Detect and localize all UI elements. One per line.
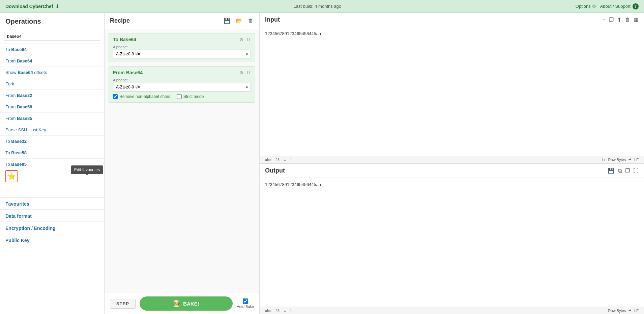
- recipe-step-from-base64: From Base64 ⊘ ⏸ Alphabet A-Za-z0-9+/= A-…: [109, 66, 255, 103]
- search-container: [0, 29, 104, 44]
- input-stats-left: abc 23 ≡ 1: [265, 158, 292, 162]
- input-grid-button[interactable]: ▦: [634, 17, 639, 23]
- options-button[interactable]: Options ⚙: [576, 4, 596, 9]
- topbar-left: Download CyberChef ⬇: [5, 4, 59, 9]
- checkbox-row-2: Remove non-alphabet chars Strict mode: [113, 94, 251, 99]
- ops-item-to-base58[interactable]: To Base58: [0, 147, 104, 159]
- step-header-2: From Base64 ⊘ ⏸: [113, 70, 251, 75]
- input-upload-button[interactable]: ⬆: [617, 17, 621, 23]
- input-raw-bytes-label: Raw Bytes: [608, 158, 626, 162]
- recipe-open-button[interactable]: 📂: [235, 17, 243, 25]
- step-title-2: From Base64: [113, 70, 143, 75]
- auto-bake-container: Auto Bake: [237, 298, 254, 309]
- recipe-panel: Recipe 💾 📂 🗑 To Base64 ⊘ ⏸ Alphabet: [105, 13, 260, 314]
- ops-item-from-base64[interactable]: From Base64: [0, 55, 104, 67]
- input-header: Input + ❐ ⬆ 🗑 ▦: [260, 13, 644, 27]
- step-pause-1[interactable]: ⏸: [246, 37, 251, 42]
- input-clear-button[interactable]: 🗑: [625, 17, 630, 23]
- edit-favourites-tooltip: Edit favourites: [71, 165, 103, 174]
- output-statusbar: abc 23 ≡ 1 Raw Bytes ↵ LF: [260, 307, 644, 314]
- category-favourites[interactable]: Favourites: [0, 197, 104, 209]
- input-section: Input + ❐ ⬆ 🗑 ▦ 123456789123465456445aa …: [260, 13, 644, 164]
- bake-icon: 👨‍🍳: [173, 300, 180, 307]
- output-lines-icon: ≡: [284, 309, 286, 313]
- step-pause-2[interactable]: ⏸: [246, 70, 251, 75]
- ops-item-to-base85[interactable]: To Base85 Edit favourites ⭐: [0, 159, 104, 170]
- input-statusbar: abc 23 ≡ 1 Tᴛ Raw Bytes ↵ LF: [260, 156, 644, 163]
- step-button[interactable]: STEP: [110, 299, 136, 309]
- output-char-count: 23: [275, 309, 280, 313]
- input-lines-icon: ≡: [284, 158, 286, 162]
- output-content: 123456789123465456445aa: [260, 178, 644, 307]
- strict-mode-checkbox[interactable]: [177, 94, 182, 99]
- ops-item-from-base58[interactable]: From Base58: [0, 101, 104, 113]
- recipe-icons: 💾 📂 🗑: [223, 17, 254, 25]
- auto-bake-checkbox[interactable]: [243, 298, 248, 304]
- recipe-steps: To Base64 ⊘ ⏸ Alphabet A-Za-z0-9+/= A-Za…: [105, 29, 259, 293]
- ops-item-to-base32[interactable]: To Base32: [0, 136, 104, 147]
- edit-favourites-button[interactable]: ⭐: [5, 170, 18, 182]
- input-abc-icon: abc: [265, 158, 271, 162]
- step-actions-1: ⊘ ⏸: [239, 37, 251, 42]
- ops-list: To Base64 From Base64 Show Base64 offset…: [0, 44, 104, 314]
- input-restore-button[interactable]: ❐: [609, 17, 614, 23]
- search-input[interactable]: [4, 32, 100, 41]
- input-line-count: 1: [290, 158, 292, 162]
- input-newline-icon: ↵: [628, 157, 632, 162]
- recipe-title: Recipe: [110, 17, 130, 24]
- recipe-step-to-base64: To Base64 ⊘ ⏸ Alphabet A-Za-z0-9+/= A-Za…: [109, 33, 255, 62]
- output-section: Output 💾 ⧉ ❐ ⛶ 123456789123465456445aa a…: [260, 164, 644, 314]
- input-add-tab-button[interactable]: +: [603, 17, 606, 23]
- output-save-button[interactable]: 💾: [608, 167, 615, 174]
- build-info: Last build: 4 months ago: [293, 4, 341, 9]
- step-title-1: To Base64: [113, 37, 136, 42]
- input-stats-right: Tᴛ Raw Bytes ↵ LF: [601, 157, 639, 162]
- output-stats-left: abc 23 ≡ 1: [265, 309, 292, 313]
- strict-mode-text: Strict mode: [183, 94, 204, 99]
- alphabet-select-2[interactable]: A-Za-z0-9+/= A-Za-z0-9-_ Custom: [113, 83, 251, 91]
- alphabet-select-wrapper-2: A-Za-z0-9+/= A-Za-z0-9-_ Custom: [113, 83, 251, 91]
- remove-non-alpha-text: Remove non-alphabet chars: [119, 94, 170, 99]
- remove-non-alpha-checkbox[interactable]: [113, 94, 118, 99]
- output-line-count: 1: [290, 309, 292, 313]
- category-public-key[interactable]: Public Key: [0, 234, 104, 246]
- ops-item-from-base32[interactable]: From Base32: [0, 90, 104, 101]
- ops-item-from-base85[interactable]: From Base85: [0, 113, 104, 124]
- output-abc-icon: abc: [265, 309, 271, 313]
- output-maximize-button[interactable]: ⛶: [633, 167, 639, 174]
- input-text-format-icon: Tᴛ: [601, 157, 606, 162]
- ops-item-to-base64[interactable]: To Base64: [0, 44, 104, 55]
- about-label: About / Support: [600, 4, 631, 9]
- category-encryption[interactable]: Encryption / Encoding: [0, 221, 104, 234]
- output-newline-icon: ↵: [628, 308, 632, 313]
- step-disable-1[interactable]: ⊘: [239, 37, 243, 42]
- download-icon: ⬇: [55, 4, 59, 9]
- io-panel: Input + ❐ ⬆ 🗑 ▦ 123456789123465456445aa …: [260, 13, 644, 314]
- strict-mode-label[interactable]: Strict mode: [177, 94, 204, 99]
- auto-bake-label[interactable]: Auto Bake: [237, 305, 254, 309]
- ops-item-show-base64[interactable]: Show Base64 offsets: [0, 67, 104, 78]
- output-header: Output 💾 ⧉ ❐ ⛶: [260, 164, 644, 178]
- step-disable-2[interactable]: ⊘: [239, 70, 243, 75]
- ops-item-fork[interactable]: Fork: [0, 78, 104, 90]
- main-layout: Operations To Base64 From Base64 Show Ba…: [0, 13, 644, 314]
- remove-non-alpha-label[interactable]: Remove non-alphabet chars: [113, 94, 170, 99]
- download-link[interactable]: Download CyberChef: [5, 4, 53, 9]
- bake-label: BAKE!: [183, 301, 199, 307]
- recipe-header: Recipe 💾 📂 🗑: [105, 13, 259, 29]
- input-content[interactable]: 123456789123465456445aa: [260, 27, 644, 156]
- output-lf-label: LF: [634, 309, 639, 313]
- alphabet-select-1[interactable]: A-Za-z0-9+/= A-Za-z0-9-_ Custom: [113, 50, 251, 58]
- bake-button[interactable]: 👨‍🍳 BAKE!: [140, 296, 233, 311]
- recipe-save-button[interactable]: 💾: [223, 17, 231, 25]
- topbar-right: Options ⚙ About / Support ?: [576, 3, 639, 9]
- output-restore-button[interactable]: ❐: [625, 167, 630, 174]
- recipe-clear-button[interactable]: 🗑: [247, 17, 254, 25]
- output-copy-button[interactable]: ⧉: [618, 167, 622, 174]
- output-actions: 💾 ⧉ ❐ ⛶: [608, 167, 639, 174]
- input-char-count: 23: [275, 158, 280, 162]
- category-data-format[interactable]: Data format: [0, 209, 104, 221]
- about-button[interactable]: About / Support ?: [600, 3, 639, 9]
- ops-item-parse-ssh[interactable]: Parse SSH Host Key: [0, 124, 104, 136]
- output-raw-bytes-label: Raw Bytes: [608, 309, 626, 313]
